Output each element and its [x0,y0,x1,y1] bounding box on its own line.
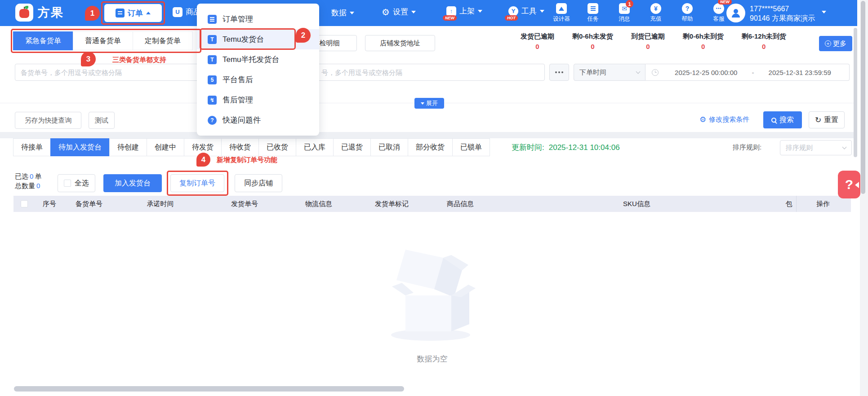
search-button[interactable]: 搜索 [763,111,802,128]
stat-0-6h-unarrived: 剩0-6h未到货 0 [683,32,724,50]
nav-item-help[interactable]: ? 帮助 [677,3,698,23]
col-seq: 序号 [35,200,64,208]
order-no-input[interactable] [288,64,545,81]
brand-logo[interactable]: 方果 [15,4,64,22]
status-tab-creating[interactable]: 创建中 [147,138,184,156]
more-filters-icon[interactable] [549,64,569,81]
account-merchant: 90146 方果商家演示 [750,13,815,23]
horizontal-scrollbar[interactable] [14,386,404,392]
question-icon: ? [208,116,217,125]
plus-icon: + [825,40,831,47]
nav-item-listing[interactable]: ↑ NEW 上架 [446,6,482,16]
tools-icon: Y HOT [508,6,518,16]
app-window: 方果 订单 U 商品 数据 ⚙ 设置 ↑ NEW 上架 Y [0,0,868,396]
shop-ship-address-button[interactable]: 店铺发货地址 [365,35,435,51]
stat-overdue-arrival: 到货已逾期 0 [631,32,665,50]
date-start: 2025-12-25 00:00:00 [663,69,749,76]
status-tab-pending-create[interactable]: 待创建 [109,138,147,156]
aftersale-icon: 5 [208,75,217,84]
modify-search-link[interactable]: ⚙ 修改搜索条件 [699,115,749,124]
chevron-down-icon [842,145,847,150]
date-range-picker[interactable]: 2025-12-25 00:00:00 - 2025-12-31 23:59:5… [645,64,850,81]
status-tab-pending-add-to-console[interactable]: 待加入发货台 [50,138,110,156]
col-logistics-info: 物流信息 [283,200,355,208]
menu-item-platform-aftersale[interactable]: 5 平台售后 [197,70,319,90]
copy-order-no-button[interactable]: 复制订单号 [170,174,224,192]
task-list-icon [588,3,598,14]
nav-item-tasks[interactable]: 任务 [583,3,603,23]
avatar[interactable] [726,4,745,22]
menu-item-aftersale-management[interactable]: ↯ 售后管理 [197,90,319,110]
shopping-bag-icon: U [173,7,183,17]
sync-shop-button[interactable]: 同步店铺 [235,174,282,192]
empty-state-text: 数据为空 [13,354,851,364]
window-scrollbar-thumb[interactable] [861,1,865,194]
time-type-select[interactable]: 下单时间 [574,64,645,81]
order-clipboard-icon [116,9,125,18]
chevron-up-icon [146,12,151,14]
col-package: 包 [782,200,796,208]
account-info[interactable]: 177****5667 90146 方果商家演示 [750,4,815,23]
upload-icon: ↑ NEW [446,6,456,16]
more-stats-button[interactable]: + 更多 [819,36,852,51]
select-all-button[interactable]: 全选 [58,174,95,192]
reset-button[interactable]: ↻ 重置 [809,111,845,128]
header-checkbox[interactable] [21,200,28,207]
status-tab-locked[interactable]: 已锁单 [452,138,490,156]
status-tab-partial-received[interactable]: 部分收货 [408,138,453,156]
chevron-down-icon [350,12,354,14]
stat-overdue-ship: 发货已逾期 0 [521,32,554,50]
stat-6-12h-unarrived: 剩6-12h未到货 0 [742,32,786,50]
gear-icon: ⚙ [699,115,706,124]
menu-item-express-problem[interactable]: ? 快递问题件 [197,110,319,130]
lightning-doc-icon: ↯ [208,96,217,105]
col-product-info: 商品信息 [429,200,492,208]
tab-custom-stock[interactable]: 定制备货单 [133,31,193,50]
nav-item-tools[interactable]: Y HOT 工具 [508,6,544,16]
headset-icon: ••• NEW [713,3,724,14]
brand-name: 方果 [38,4,64,21]
tab-urgent-stock[interactable]: 紧急备货单 [13,31,73,50]
annotation-caption-3: 三类备货单都支持 [112,56,166,64]
status-tab-in-warehouse[interactable]: 已入库 [296,138,334,156]
chevron-down-icon [540,10,544,13]
nav-item-designer[interactable]: 设计器 [551,3,572,23]
person-icon [732,9,740,18]
nav-item-settings[interactable]: ⚙ 设置 [382,7,416,17]
chevron-down-icon [421,102,424,105]
yen-icon: ¥ [650,3,661,14]
chevron-down-icon[interactable] [822,11,826,13]
status-tab-pending-receive[interactable]: 待收货 [221,138,259,156]
new-badge: NEW [443,15,457,21]
expand-toggle[interactable]: 展开 [414,98,444,109]
col-promise-time: 承诺时间 [114,200,206,208]
status-tab-received[interactable]: 已收货 [258,138,296,156]
hot-badge: HOT [505,15,518,21]
message-icon: ✉ 1 [619,3,630,14]
chevron-down-icon [411,11,416,13]
designer-icon [556,3,567,14]
select-all-checkbox[interactable] [64,180,71,187]
test-quick-query-button[interactable]: 测试 [89,112,115,129]
nav-item-messages[interactable]: ✉ 1 消息 [614,3,635,23]
floating-help-button[interactable]: ? [838,171,860,198]
sort-rule-select[interactable]: 排序规则 [780,140,852,155]
add-to-shipping-console-button[interactable]: 加入发货台 [103,174,162,192]
col-ship-order-mark: 发货单标记 [355,200,429,208]
menu-item-order-management[interactable]: 订单管理 [197,9,319,29]
question-icon: ? [682,3,693,14]
order-list-icon [208,15,217,24]
inner-vertical-scrollbar[interactable] [854,28,857,157]
menu-item-temu-semi-shipping-console[interactable]: T Temu半托发货台 [197,49,319,70]
nav-item-orders[interactable]: 订单 [104,4,162,22]
status-tab-pending-accept[interactable]: 待接单 [13,138,51,156]
nav-item-data[interactable]: 数据 [331,8,354,18]
save-quick-query-button[interactable]: 另存为快捷查询 [15,112,81,129]
nav-item-recharge[interactable]: ¥ 充值 [645,3,666,23]
tab-normal-stock[interactable]: 普通备货单 [73,31,133,50]
status-tab-cancelled[interactable]: 已取消 [370,138,408,156]
stat-0-6h-unshipped: 剩0-6h未发货 0 [572,32,613,50]
reload-icon: ↻ [815,115,821,125]
status-tab-returned[interactable]: 已退货 [333,138,371,156]
chevron-down-icon [636,70,641,74]
